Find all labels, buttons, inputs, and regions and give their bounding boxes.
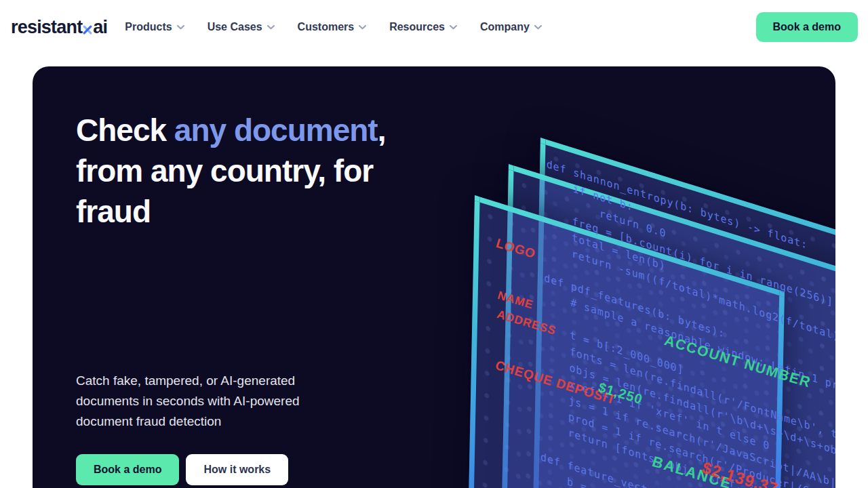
nav-item-customers[interactable]: Customers xyxy=(298,21,367,33)
nav-item-label: Use Cases xyxy=(208,21,262,33)
chevron-down-icon xyxy=(359,25,366,30)
chevron-down-icon xyxy=(534,25,542,30)
nav-item-resources[interactable]: Resources xyxy=(389,21,457,33)
heading-line-1: Check any document, xyxy=(76,110,385,150)
x-mark-icon xyxy=(83,25,92,35)
nav-item-products[interactable]: Products xyxy=(125,21,184,33)
nav-item-use-cases[interactable]: Use Cases xyxy=(208,21,275,33)
heading-line-3: fraud xyxy=(76,191,385,232)
book-a-demo-button-top[interactable]: Book a demo xyxy=(756,12,858,42)
how-it-works-button[interactable]: How it works xyxy=(186,454,288,485)
book-a-demo-button-hero[interactable]: Book a demo xyxy=(76,454,179,485)
chevron-down-icon xyxy=(450,25,457,30)
brand-name-left: resistant xyxy=(11,17,82,38)
nav-item-company[interactable]: Company xyxy=(480,21,542,33)
heading-accent: any document xyxy=(174,113,378,148)
nav-links: Products Use Cases Customers Resources C… xyxy=(125,21,755,33)
chevron-down-icon xyxy=(267,25,275,30)
hero-description: Catch fake, tampered, or AI-generated do… xyxy=(76,371,342,432)
nav-item-label: Products xyxy=(125,21,172,33)
code-text: def shannon_entropy(b: bytes) -> float: … xyxy=(540,156,835,488)
brand-logo[interactable]: resistant ai xyxy=(11,17,107,38)
hero-cta-group: Book a demo How it works xyxy=(76,454,288,485)
nav-item-label: Resources xyxy=(389,21,445,33)
page-title: Check any document, from any country, fo… xyxy=(76,110,385,232)
top-navigation: resistant ai Products Use Cases Customer… xyxy=(0,0,868,60)
brand-name-right: ai xyxy=(93,17,107,38)
chevron-down-icon xyxy=(177,25,184,30)
nav-item-label: Customers xyxy=(298,21,355,33)
hero-section: def shannon_entropy(b: bytes) -> float: … xyxy=(33,66,835,488)
nav-item-label: Company xyxy=(480,21,530,33)
heading-line-2: from any country, for xyxy=(76,150,385,191)
